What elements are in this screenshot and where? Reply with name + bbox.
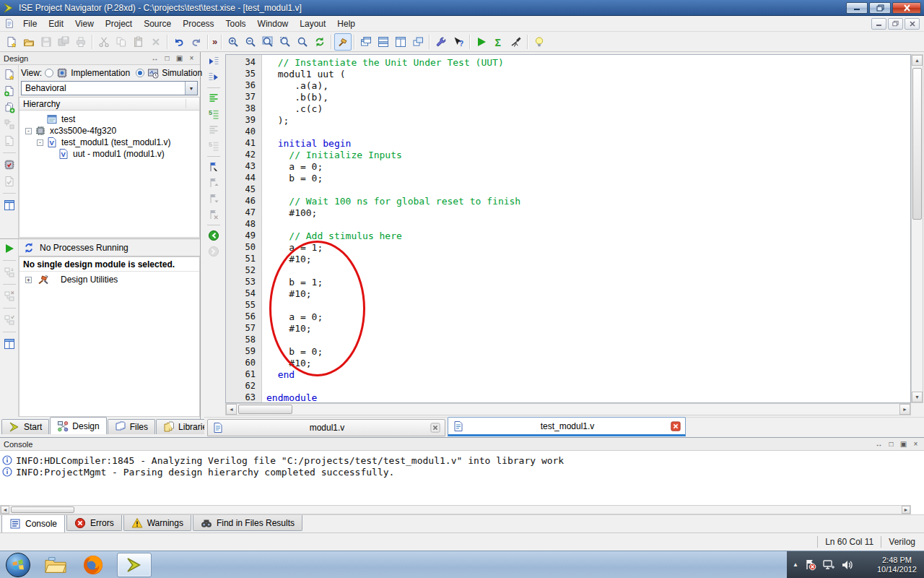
menu-tools[interactable]: Tools xyxy=(220,17,252,31)
goto-previous-button[interactable] xyxy=(208,56,219,67)
code-line[interactable]: 36 .a(a), xyxy=(226,79,910,91)
editor-horizontal-scrollbar[interactable]: ◄ ► xyxy=(225,403,911,415)
code-line[interactable]: 39 ); xyxy=(226,114,910,126)
tree-expander[interactable]: - xyxy=(37,139,43,146)
scroll-right-arrow[interactable]: ► xyxy=(899,404,910,415)
design-panel-restore-button[interactable]: ▣ xyxy=(175,53,184,63)
run-button[interactable] xyxy=(473,33,490,51)
code-line[interactable]: 47 #100; xyxy=(226,207,910,218)
refresh-button[interactable] xyxy=(311,33,328,51)
toggle-columns-button[interactable] xyxy=(4,199,15,211)
tree-expander[interactable]: - xyxy=(25,128,32,134)
view-radio-implementation[interactable] xyxy=(45,69,53,77)
zoom-cursor-button[interactable] xyxy=(294,33,311,51)
code-line[interactable]: 51 #10; xyxy=(226,253,910,264)
add-source-button[interactable] xyxy=(4,85,15,97)
run-process-button[interactable] xyxy=(4,243,15,254)
menu-window[interactable]: Window xyxy=(252,17,295,31)
action-center-icon[interactable] xyxy=(804,558,816,571)
code-line[interactable]: 49 // Add stimulus here xyxy=(226,230,910,241)
new-source-button[interactable] xyxy=(4,69,15,80)
code-line[interactable]: 48 xyxy=(226,218,910,230)
code-line[interactable]: 35 modul1 uut ( xyxy=(226,68,910,79)
scroll-down-arrow[interactable]: ▼ xyxy=(912,392,923,402)
code-line[interactable]: 40 xyxy=(226,126,910,137)
mdi-minimize-button[interactable] xyxy=(871,18,886,30)
menu-source[interactable]: Source xyxy=(138,17,177,31)
console-panel-float-button[interactable]: □ xyxy=(886,439,896,449)
goto-next-button[interactable] xyxy=(208,72,219,83)
code-line[interactable]: 44 b = 0; xyxy=(226,172,910,184)
code-line[interactable]: 38 .c(c) xyxy=(226,103,910,114)
zoom-region-button[interactable] xyxy=(276,33,294,51)
tile-horizontal-button[interactable] xyxy=(375,33,392,51)
console-panel-header[interactable]: Console ↔□▣× xyxy=(0,438,924,451)
code-line[interactable]: 55 xyxy=(226,299,910,311)
zoom-in-button[interactable] xyxy=(225,33,242,51)
code-editor[interactable]: 34 // Instantiate the Unit Under Test (U… xyxy=(225,54,911,403)
wrench-button[interactable] xyxy=(432,33,450,51)
close-tab-icon[interactable] xyxy=(671,421,681,431)
network-icon[interactable] xyxy=(822,559,835,571)
code-line[interactable]: 53 b = 1; xyxy=(226,276,910,288)
design-view-combobox[interactable]: Behavioral ▼ xyxy=(21,81,198,95)
volume-icon[interactable] xyxy=(841,559,854,571)
editor-vscroll-thumb[interactable] xyxy=(912,68,922,220)
toolbar-overflow-button[interactable]: » xyxy=(211,36,219,47)
design-panel-float-button[interactable]: □ xyxy=(162,53,172,63)
console-tab-console[interactable]: Console xyxy=(1,515,65,533)
tree-item[interactable]: test xyxy=(19,113,199,125)
firefox-taskbar-icon[interactable] xyxy=(81,553,105,577)
zoom-out-button[interactable] xyxy=(242,33,259,51)
tree-item[interactable]: Vuut - modul1 (modul1.v) xyxy=(19,148,199,160)
menu-layout[interactable]: Layout xyxy=(294,17,331,31)
console-horizontal-scrollbar[interactable]: ◄ ► xyxy=(0,505,911,514)
code-line[interactable]: 43 a = 0; xyxy=(226,160,910,172)
minimize-button[interactable] xyxy=(846,2,868,14)
code-line[interactable]: 50 a = 1; xyxy=(226,241,910,253)
ise-taskbar-button[interactable] xyxy=(117,553,152,577)
redo-button[interactable] xyxy=(188,33,205,51)
chevron-down-icon[interactable]: ▼ xyxy=(185,82,197,95)
restore-button[interactable] xyxy=(869,2,891,14)
process-tree-item[interactable]: +Design Utilities xyxy=(19,272,199,288)
code-line[interactable]: 56 a = 0; xyxy=(226,311,910,322)
new-file-button[interactable] xyxy=(3,33,20,51)
panel-tab-design[interactable]: Design xyxy=(50,417,106,434)
panel-tab-start[interactable]: Start xyxy=(1,419,49,434)
mdi-close-button[interactable] xyxy=(905,18,920,30)
undo-button[interactable] xyxy=(170,33,188,51)
close-tab-icon[interactable] xyxy=(430,423,440,433)
code-line[interactable]: 45 xyxy=(226,184,910,195)
code-line[interactable]: 37 .b(b), xyxy=(226,91,910,103)
tree-expander[interactable]: + xyxy=(25,277,32,283)
menu-process[interactable]: Process xyxy=(177,17,219,31)
help-pointer-button[interactable]: ? xyxy=(450,33,467,51)
menu-file[interactable]: File xyxy=(17,17,43,31)
console-panel-close-button[interactable]: × xyxy=(911,439,920,449)
navigate-back-button[interactable] xyxy=(208,230,219,241)
code-line[interactable]: 54 #10; xyxy=(226,288,910,299)
editor-tab-modul1.v[interactable]: modul1.v xyxy=(207,419,445,436)
code-line[interactable]: 63endmodule xyxy=(226,392,910,403)
editor-vertical-scrollbar[interactable]: ▲ ▼ xyxy=(911,54,923,403)
code-line[interactable]: 42 // Initialize Inputs xyxy=(226,149,910,160)
console-scroll-right-arrow[interactable]: ► xyxy=(902,506,910,514)
toggle-columns-button[interactable] xyxy=(4,338,15,350)
code-line[interactable]: 58 xyxy=(226,334,910,345)
undo-last-edit-button[interactable]: 5 xyxy=(208,108,219,120)
console-tab-warnings[interactable]: Warnings xyxy=(123,515,191,531)
code-line[interactable]: 61 end xyxy=(226,368,910,380)
menu-project[interactable]: Project xyxy=(100,17,138,31)
add-copy-of-source-button[interactable] xyxy=(4,102,15,113)
analyze-button[interactable] xyxy=(507,33,525,51)
console-panel-dock-button[interactable]: ↔ xyxy=(874,439,884,449)
float-window-button[interactable] xyxy=(409,33,427,51)
scroll-up-arrow[interactable]: ▲ xyxy=(912,55,923,66)
last-edit-position-button[interactable] xyxy=(208,92,219,104)
code-line[interactable]: 46 // Wait 100 ns for global reset to fi… xyxy=(226,195,910,207)
mdi-restore-button[interactable] xyxy=(888,18,903,30)
taskbar-clock[interactable]: 2:48 PM 10/14/2012 xyxy=(877,556,924,574)
select-tool-button[interactable] xyxy=(334,33,352,51)
open-folder-button[interactable] xyxy=(20,33,38,51)
